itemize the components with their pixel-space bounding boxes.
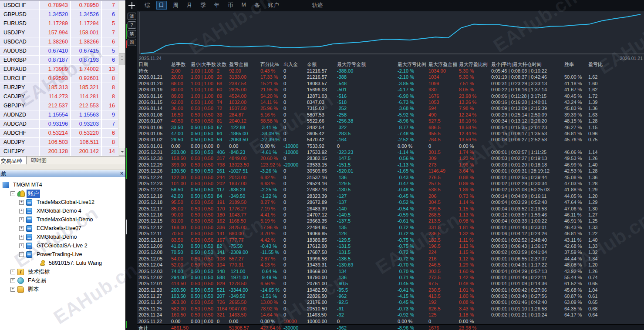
table-cell: -10000: [282, 149, 306, 155]
table-cell: 1.14 %: [458, 199, 490, 205]
market-watch-row[interactable]: EURUSD1.172891.172945: [0, 19, 118, 28]
table-cell: 0: [282, 137, 306, 143]
side-button[interactable]: 禁: [128, 30, 136, 37]
table-cell: 1676: [427, 93, 458, 99]
toolbar-item[interactable]: 日: [156, 1, 167, 10]
table-cell: 331.5: [427, 224, 458, 230]
tree-item-accounts[interactable]: - 账户: [0, 189, 125, 198]
expander-icon[interactable]: -: [19, 252, 24, 257]
expand-icon[interactable]: +: [10, 287, 15, 292]
symbol-label: CADJPY: [0, 92, 40, 101]
table-cell: 10000.00: [306, 318, 336, 324]
tree-item-server[interactable]: +TradeMaxGlobal-Live12: [0, 198, 125, 207]
market-watch-row[interactable]: GBPUSD1.345201.345266: [0, 10, 118, 19]
table-cell: 0: [216, 143, 228, 149]
table-cell: 196.5: [427, 243, 458, 249]
side-button[interactable]: ?: [128, 21, 136, 29]
tree-item-server[interactable]: +TradeMaxGlobal-Demo: [0, 215, 125, 224]
market-watch-row[interactable]: USDCHF0.789430.789507: [0, 1, 118, 10]
symbol-label: USDJPY: [0, 28, 40, 37]
table-cell: 1.32 %: [458, 230, 490, 237]
toolbar-item[interactable]: 年: [212, 1, 222, 10]
table-cell: -130.5: [336, 187, 396, 193]
tree-item-server[interactable]: +ECMarkets-Live07: [0, 224, 125, 233]
market-watch-row[interactable]: AUDNZD1.155541.155639: [0, 110, 118, 120]
market-watch-row[interactable]: USDCAD1.382601.382666: [0, 37, 118, 47]
expander-icon[interactable]: +: [19, 243, 24, 248]
tree-item-logged-account[interactable]: 58910157: Lulu Wang: [0, 259, 125, 267]
side-button[interactable]: 回: [128, 39, 136, 46]
axis-label-start: 2025.11.24: [139, 56, 162, 61]
expander-icon[interactable]: +: [19, 217, 24, 222]
toolbar-item[interactable]: 账户: [266, 1, 281, 10]
tree-item-server[interactable]: -PowerTrading-Live: [0, 250, 125, 259]
expander-icon[interactable]: +: [19, 226, 24, 231]
table-cell: 1.26: [587, 268, 644, 274]
server-icon: [26, 251, 32, 258]
toolbar-item[interactable]: 季: [198, 1, 208, 10]
tree-item-scripts[interactable]: + 脚本: [0, 285, 125, 293]
market-watch-row[interactable]: AUDJPY106.503106.5118: [0, 138, 118, 147]
market-watch-row[interactable]: AUDCAD0.931960.932037: [0, 120, 118, 129]
market-watch-row[interactable]: AUDCHF0.532140.532206: [0, 129, 118, 138]
toolbar-item[interactable]: 币: [226, 1, 236, 10]
table-cell: 40.45 %: [563, 93, 587, 99]
table-cell: 42.68 %: [563, 243, 587, 249]
toolbar-item[interactable]: 备: [252, 1, 262, 10]
table-cell: -518: [336, 99, 396, 105]
expander-icon[interactable]: +: [19, 235, 24, 240]
expand-icon[interactable]: +: [10, 278, 15, 283]
panel-divider: [0, 164, 125, 170]
market-watch-row[interactable]: CHFJPY200.128200.14214: [0, 147, 118, 156]
table-cell: 1.74 %: [458, 149, 490, 155]
tree-item-ea[interactable]: + EA交易: [0, 276, 125, 285]
tree-item-indicators[interactable]: + 技术指标: [0, 267, 125, 276]
tree-item-server[interactable]: +XMGlobal-Demo 4: [0, 207, 125, 215]
toolbar-item[interactable]: 周: [171, 1, 181, 10]
toolbar-item[interactable]: 月: [185, 1, 195, 10]
table-cell: 8.05 %: [458, 87, 490, 93]
market-watch-row[interactable]: GBPJPY212.537212.55316: [0, 101, 118, 110]
expander-icon[interactable]: +: [19, 200, 24, 205]
toolbar-item-track[interactable]: 轨迹: [312, 2, 323, 9]
market-watch-row[interactable]: AUDUSD0.674100.674155: [0, 47, 118, 56]
table-cell: 2025.12.29: [137, 162, 170, 168]
table-cell: 26483.39: [306, 206, 336, 212]
tree-item-server[interactable]: +GTCGlobalSA-Live 2: [0, 241, 125, 250]
expander-icon[interactable]: +: [19, 209, 24, 213]
market-watch-row[interactable]: CADJPY114.273114.2818: [0, 92, 118, 101]
table-cell: 2025.12.11: [137, 230, 170, 237]
table-cell: 89: [216, 93, 228, 99]
spread-value: 9: [102, 110, 118, 119]
expand-icon[interactable]: +: [10, 270, 15, 274]
tree-item-platform[interactable]: TMGM MT4: [0, 180, 125, 189]
scrollbar-thumb[interactable]: [119, 53, 125, 65]
tree-item-server[interactable]: +XMGlobal-Demo: [0, 233, 125, 241]
close-icon[interactable]: ×: [120, 171, 123, 176]
table-cell: -127: [336, 193, 396, 199]
toolbar-item[interactable]: 综: [142, 1, 152, 10]
table-cell: 1.80 %: [458, 293, 490, 299]
table-cell: 2026.01.15: [137, 99, 170, 105]
pan-crosshair-icon[interactable]: [128, 2, 135, 9]
table-cell: -1.13 %: [396, 162, 427, 168]
market-watch-scrollbar[interactable]: [118, 1, 125, 156]
market-watch-row[interactable]: EURJPY185.313185.3218: [0, 83, 118, 92]
scroll-down-icon[interactable]: [119, 148, 125, 156]
toolbar-item[interactable]: M: [239, 1, 248, 10]
table-cell: -2.10 %: [396, 68, 427, 74]
ask-value: 212.553: [71, 101, 102, 110]
table-cell: 63.09 %: [563, 299, 587, 305]
market-watch-row[interactable]: EURAUD1.739891.7400213: [0, 65, 118, 74]
table-cell: 2025.12.04: [137, 262, 170, 268]
table-cell: 1.00 | 1.00: [189, 80, 216, 87]
table-cell: 0: [427, 143, 458, 149]
market-watch-row[interactable]: USDJPY157.994158.0017: [0, 28, 118, 37]
table-cell: -151.5: [336, 162, 396, 168]
market-watch-row[interactable]: EURCHF0.925930.926018: [0, 74, 118, 83]
table-cell: 770.31: [228, 262, 259, 268]
table-cell: 0.50 | 0.50: [189, 130, 216, 137]
market-watch-row[interactable]: EURGBP0.871870.871936: [0, 56, 118, 65]
collapse-icon[interactable]: -: [10, 191, 15, 196]
side-button[interactable]: 清: [128, 13, 136, 20]
